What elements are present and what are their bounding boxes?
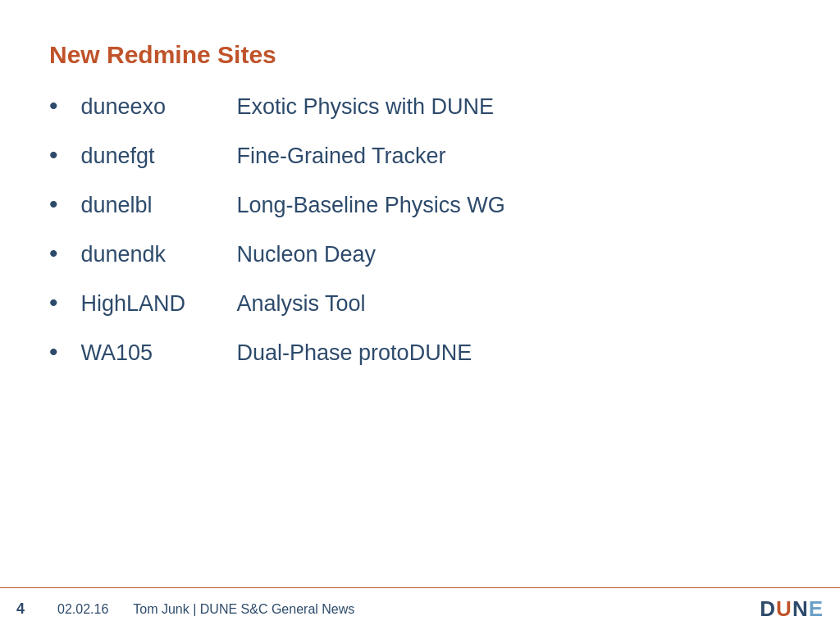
item-description: Long-Baseline Physics WG	[237, 193, 505, 218]
bullet-dot: •	[49, 192, 58, 217]
bullet-list: •duneexoExotic Physics with DUNE•dunefgt…	[49, 94, 791, 366]
footer-logo: DUNE	[760, 596, 824, 622]
bullet-dot: •	[49, 340, 58, 364]
item-description: Dual-Phase protoDUNE	[237, 340, 472, 366]
main-content: New Redmine Sites •duneexoExotic Physics…	[0, 0, 840, 587]
item-description: Exotic Physics with DUNE	[237, 94, 495, 120]
footer-date: 02.02.16	[57, 602, 108, 617]
item-key: HighLAND	[81, 291, 237, 317]
dune-logo-u: U	[776, 596, 792, 622]
list-item: •dunefgtFine-Grained Tracker	[49, 143, 791, 169]
slide-title: New Redmine Sites	[49, 41, 791, 69]
dune-logo-text: DUNE	[760, 596, 824, 622]
bullet-dot: •	[49, 241, 58, 266]
item-key: duneexo	[81, 94, 237, 120]
list-item: •dunendkNucleon Deay	[49, 241, 791, 267]
bullet-dot: •	[49, 143, 58, 167]
item-description: Fine-Grained Tracker	[237, 144, 446, 169]
list-item: •HighLANDAnalysis Tool	[49, 290, 791, 317]
bullet-dot: •	[49, 290, 58, 315]
footer-author: Tom Junk | DUNE S&C General News	[133, 602, 760, 617]
item-key: dunefgt	[81, 144, 237, 169]
item-description: Analysis Tool	[237, 291, 366, 317]
list-item: •dunelblLong-Baseline Physics WG	[49, 192, 791, 218]
bullet-dot: •	[49, 94, 58, 118]
item-key: WA105	[81, 340, 237, 366]
footer-page-number: 4	[16, 600, 33, 618]
dune-logo-d: D	[760, 596, 776, 622]
item-key: dunendk	[81, 242, 237, 267]
dune-logo-e: E	[809, 596, 824, 622]
item-key: dunelbl	[81, 193, 237, 218]
list-item: •WA105Dual-Phase protoDUNE	[49, 340, 791, 366]
item-description: Nucleon Deay	[237, 242, 377, 267]
dune-logo-n: N	[792, 596, 809, 622]
slide: New Redmine Sites •duneexoExotic Physics…	[0, 0, 840, 630]
list-item: •duneexoExotic Physics with DUNE	[49, 94, 791, 120]
footer: 4 02.02.16 Tom Junk | DUNE S&C General N…	[0, 587, 840, 630]
